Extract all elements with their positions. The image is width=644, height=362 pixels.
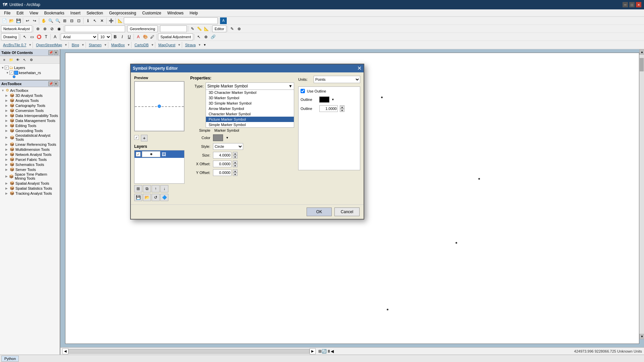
dr-icon1[interactable]: ↖	[21, 34, 28, 40]
basemap-arcbrutile[interactable]: ArcBruTile 0.7	[1, 42, 28, 48]
ed-icon1[interactable]: ✎	[229, 25, 235, 32]
xoffset-down-btn[interactable]: ▼	[233, 164, 237, 167]
na-icon1[interactable]: ⊕	[35, 25, 41, 32]
layer-item-checkbox[interactable]: ✓	[136, 152, 141, 157]
cancel-button[interactable]: Cancel	[334, 207, 360, 216]
close-button[interactable]: ✕	[636, 2, 641, 7]
right-scrollbar[interactable]: ▲ ▼	[639, 49, 644, 339]
toolbox-geostatistical[interactable]: ▶ 📦 Geostatistical Analyst Tools	[1, 133, 59, 142]
ss-expand[interactable]: ▶	[5, 187, 9, 190]
na2-expand[interactable]: ▶	[5, 153, 9, 156]
layer-list-item[interactable]: ✓ 🖼	[135, 150, 184, 158]
basemap-bing[interactable]: Bing	[70, 42, 81, 48]
map-icon3[interactable]: ⏸	[327, 349, 331, 354]
line-color-btn[interactable]: 🖊	[149, 34, 156, 40]
toc-layer-row[interactable]: ▼ ✓ kesehatan_rs	[1, 70, 59, 75]
toolbox-editing[interactable]: ▶ 📦 Editing Tools	[1, 123, 59, 128]
layout-btn[interactable]: 📐	[117, 17, 123, 24]
menu-geoprocessing[interactable]: Geoprocessing	[106, 10, 139, 16]
yoffset-value[interactable]: 0.0000	[213, 169, 231, 176]
menu-selection[interactable]: Selection	[84, 10, 106, 16]
toc-pin-btn[interactable]: 📌	[48, 50, 53, 55]
outline-down-btn[interactable]: ▼	[340, 109, 344, 112]
dropdown-item-3[interactable]: Arrow Marker Symbol	[206, 106, 294, 111]
network-analyst-btn[interactable]: Network Analyst	[1, 25, 32, 32]
zoom-out-btn[interactable]: 🔍	[54, 17, 61, 24]
outline-value[interactable]: 1.0000	[319, 105, 338, 112]
toolbox-parcel[interactable]: ▶ 📦 Parcel Fabric Tools	[1, 157, 59, 162]
basemap-strava[interactable]: Strava	[183, 42, 198, 48]
xoffset-value[interactable]: 0.0000	[213, 161, 231, 167]
md-expand[interactable]: ▶	[5, 148, 9, 151]
units-select[interactable]: Points	[314, 76, 360, 83]
dropdown-item-0[interactable]: 3D Character Marker Symbol	[206, 90, 294, 95]
menu-insert[interactable]: Insert	[68, 10, 83, 16]
zoom-layer-btn[interactable]: ⊟	[68, 17, 75, 24]
toolbox-multidim[interactable]: ▶ 📦 Multidimension Tools	[1, 147, 59, 152]
ed-icon2[interactable]: ⊕	[236, 25, 243, 32]
new-btn[interactable]: 📄	[1, 17, 8, 24]
dr-icon5[interactable]: A	[52, 34, 58, 40]
menu-windows[interactable]: Windows	[165, 10, 186, 16]
ok-button[interactable]: OK	[307, 207, 332, 216]
georeferencing-btn[interactable]: Georeferencing	[127, 25, 158, 32]
use-outline-checkbox[interactable]	[301, 89, 305, 93]
na-input[interactable]	[65, 25, 125, 32]
toc-source-btn[interactable]: 📁	[8, 57, 14, 63]
carto-expand[interactable]: ▶	[5, 104, 9, 107]
map-icon1[interactable]: ⊞	[318, 349, 322, 354]
gc-expand[interactable]: ▶	[5, 129, 9, 132]
georef-layer[interactable]	[160, 25, 187, 32]
toolbox-datainterop[interactable]: ▶ 📦 Data Interoperability Tools	[1, 113, 59, 118]
size-up-btn[interactable]: ▲	[233, 152, 237, 155]
layer-tool-reset[interactable]: ↺	[152, 194, 160, 201]
type-select-button[interactable]: Simple Marker Symbol ▼	[206, 82, 294, 90]
scroll-down-btn[interactable]: ▼	[639, 334, 644, 339]
layer-checkbox[interactable]: ✓	[9, 71, 13, 75]
basemap-osm[interactable]: OpenStreetMap	[34, 42, 64, 48]
toolbox-server[interactable]: ▶ 📦 Server Tools	[1, 167, 59, 172]
draw-icon2[interactable]: 📏	[196, 25, 203, 32]
bold-btn[interactable]: B	[112, 34, 118, 40]
spe-close-button[interactable]: ✕	[357, 66, 362, 71]
dropdown-item-1[interactable]: 3D Marker Symbol	[206, 95, 294, 101]
editor-btn[interactable]: Editor	[212, 25, 227, 32]
map-prev-btn[interactable]: ◀	[62, 348, 68, 354]
add-data-btn[interactable]: ➕	[108, 17, 114, 24]
toc-layers-row[interactable]: ▼ ✓ 🗂 Layers	[1, 65, 59, 70]
basemap-cartodb[interactable]: CartoDB	[132, 42, 151, 48]
color-swatch-btn[interactable]	[213, 134, 223, 141]
layer-tool-load[interactable]: 📂	[143, 194, 151, 201]
yoffset-up-btn[interactable]: ▲	[233, 169, 237, 173]
size-down-btn[interactable]: ▼	[233, 155, 237, 159]
arctb-pin-btn[interactable]: 📌	[48, 81, 53, 86]
identify-btn[interactable]: ℹ	[85, 17, 91, 24]
python-button[interactable]: Python	[1, 356, 19, 362]
toolbox-spatialanalyst[interactable]: ▶ 📦 Spatial Analyst Tools	[1, 181, 59, 186]
layer-tool-info[interactable]: 🔷	[160, 194, 168, 201]
toolbox-datamgmt[interactable]: ▶ 📦 Data Management Tools	[1, 118, 59, 123]
layer-tool-copy[interactable]: ⧉	[143, 185, 151, 192]
dr-icon3[interactable]: ⭕	[36, 34, 42, 40]
search-input[interactable]	[124, 17, 218, 24]
drawing-btn[interactable]: Drawing	[1, 34, 19, 40]
arcmap-icon[interactable]: A	[220, 17, 227, 24]
zoom-full-btn[interactable]: ⊞	[61, 17, 68, 24]
toolbox-root[interactable]: ▼ ⚙ ArcToolbox	[1, 88, 59, 93]
sa-icon3[interactable]: 🔗	[210, 34, 216, 40]
text-color-btn[interactable]: A	[135, 34, 142, 40]
layer-tool-save[interactable]: 💾	[134, 194, 142, 201]
menu-help[interactable]: Help	[187, 10, 201, 16]
dr-icon2[interactable]: ▭	[29, 34, 35, 40]
na-icon3[interactable]: ⊘	[49, 25, 55, 32]
draw-icon3[interactable]: 📐	[203, 25, 210, 32]
toolbox-tracking[interactable]: ▶ 📦 Tracking Analyst Tools	[1, 191, 59, 196]
toolbox-conversion[interactable]: ▶ 📦 Conversion Tools	[1, 108, 59, 113]
maximize-button[interactable]: □	[629, 2, 635, 7]
map-icon4[interactable]: ◀	[331, 349, 334, 354]
sa2-expand[interactable]: ▶	[5, 182, 9, 185]
outline-color-swatch[interactable]	[319, 97, 329, 103]
scroll-up-btn[interactable]: ▲	[639, 49, 644, 55]
save-btn[interactable]: 💾	[15, 17, 22, 24]
toolbox-stpm[interactable]: ▶ 📦 Space Time Pattern Mining Tools	[1, 172, 59, 181]
